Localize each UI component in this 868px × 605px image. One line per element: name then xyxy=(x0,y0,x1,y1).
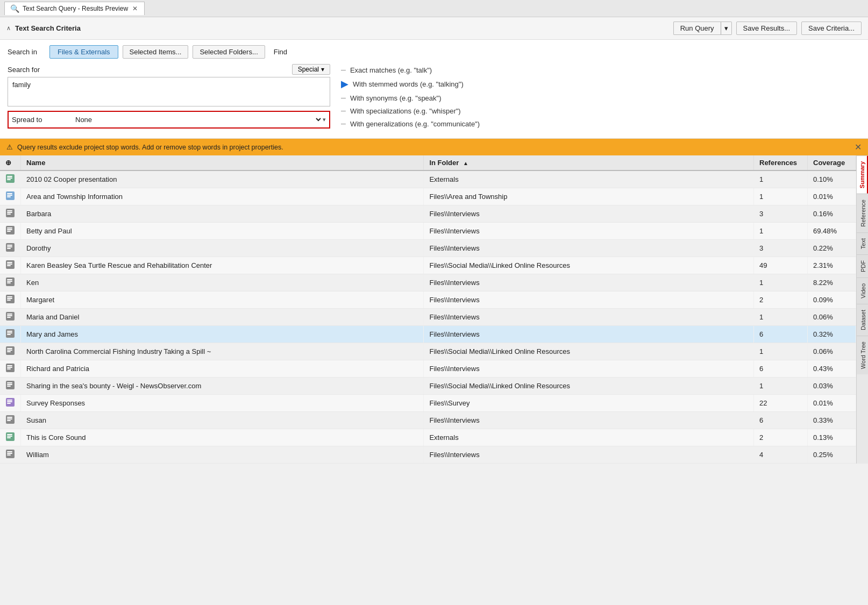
row-refs: 22 xyxy=(754,395,808,412)
table-row[interactable]: Area and Township InformationFiles\\Area… xyxy=(0,188,856,205)
table-row[interactable]: KenFiles\\Interviews18.22% xyxy=(0,274,856,291)
run-query-button[interactable]: Run Query xyxy=(673,22,721,35)
save-results-button[interactable]: Save Results... xyxy=(736,22,797,35)
table-row[interactable]: Karen Beasley Sea Turtle Rescue and Reha… xyxy=(0,257,856,274)
table-row[interactable]: North Carolina Commercial Fishing Indust… xyxy=(0,343,856,360)
row-icon xyxy=(0,309,21,326)
row-coverage: 0.16% xyxy=(808,205,856,223)
svg-rect-67 xyxy=(7,454,11,455)
save-criteria-button[interactable]: Save Criteria... xyxy=(801,22,862,35)
table-row[interactable]: DorothyFiles\\Interviews30.22% xyxy=(0,240,856,257)
row-coverage: 69.48% xyxy=(808,223,856,240)
search-in-row: Search in Files & Externals Selected Ite… xyxy=(8,45,860,59)
row-coverage: 0.06% xyxy=(808,309,856,326)
row-folder: Files\\Area and Township xyxy=(424,188,754,205)
results-table-wrapper[interactable]: ⊕ Name In Folder ▲ References Coverage xyxy=(0,155,856,464)
files-externals-button[interactable]: Files & Externals xyxy=(49,45,118,59)
row-refs: 2 xyxy=(754,429,808,446)
find-button[interactable]: Find xyxy=(274,48,287,56)
match-option-specializations: – With specializations (e.g. "whisper") xyxy=(341,106,860,116)
side-tab-text[interactable]: Text xyxy=(857,232,868,254)
row-folder: Files\\Social Media\\Linked Online Resou… xyxy=(424,343,754,360)
col-folder-label: In Folder xyxy=(429,159,459,167)
row-refs: 1 xyxy=(754,378,808,395)
row-icon xyxy=(0,446,21,464)
table-row[interactable]: Sharing in the sea's bounty - Weigl - Ne… xyxy=(0,378,856,395)
warning-bar: ⚠ Query results exclude project stop wor… xyxy=(0,139,868,155)
special-button[interactable]: Special ▾ xyxy=(292,64,330,75)
section-toggle-icon[interactable]: ∧ xyxy=(6,25,11,32)
row-coverage: 0.33% xyxy=(808,412,856,429)
side-tab-wordtree[interactable]: Word Tree xyxy=(857,336,868,374)
row-refs: 49 xyxy=(754,257,808,274)
svg-rect-3 xyxy=(7,179,11,180)
section-title: Text Search Criteria xyxy=(15,24,669,32)
svg-rect-1 xyxy=(7,176,12,177)
table-row[interactable]: MargaretFiles\\Interviews20.09% xyxy=(0,291,856,309)
side-tab-reference[interactable]: Reference xyxy=(857,194,868,232)
sort-asc-icon: ▲ xyxy=(463,160,468,166)
row-coverage: 0.13% xyxy=(808,429,856,446)
results-table: ⊕ Name In Folder ▲ References Coverage xyxy=(0,155,856,464)
row-coverage: 0.03% xyxy=(808,378,856,395)
selected-folders-button[interactable]: Selected Folders... xyxy=(193,45,265,59)
table-row[interactable]: Mary and JamesFiles\\Interviews60.32% xyxy=(0,326,856,343)
main-tab[interactable]: 🔍 Text Search Query - Results Preview ✕ xyxy=(4,2,145,15)
col-header-icon[interactable]: ⊕ xyxy=(0,155,21,170)
selected-items-button[interactable]: Selected Items... xyxy=(123,45,189,59)
spread-select[interactable]: None Paragraph Sentence Custom xyxy=(71,114,323,125)
table-row[interactable]: Maria and DanielFiles\\Interviews10.06% xyxy=(0,309,856,326)
run-query-dropdown-button[interactable]: ▾ xyxy=(721,22,732,35)
col-header-coverage[interactable]: Coverage xyxy=(808,155,856,170)
table-row[interactable]: This is Core SoundExternals20.13% xyxy=(0,429,856,446)
match-stemmed-label: With stemmed words (e.g. "talking") xyxy=(353,80,464,88)
table-row[interactable]: Betty and PaulFiles\\Interviews169.48% xyxy=(0,223,856,240)
match-option-stemmed[interactable]: ▶ With stemmed words (e.g. "talking") xyxy=(341,78,860,90)
svg-rect-55 xyxy=(7,403,11,404)
svg-rect-50 xyxy=(7,384,12,385)
search-text-area[interactable]: family xyxy=(8,77,330,106)
row-icon xyxy=(0,257,21,274)
table-row[interactable]: BarbaraFiles\\Interviews30.16% xyxy=(0,205,856,223)
svg-rect-63 xyxy=(7,437,11,438)
row-folder: Files\\Social Media\\Linked Online Resou… xyxy=(424,378,754,395)
row-refs: 2 xyxy=(754,291,808,309)
table-row[interactable]: Richard and PatriciaFiles\\Interviews60.… xyxy=(0,360,856,378)
svg-rect-59 xyxy=(7,420,11,421)
dash-icon: – xyxy=(341,65,346,75)
tab-close-button[interactable]: ✕ xyxy=(131,5,139,12)
svg-rect-31 xyxy=(7,300,11,301)
side-tab-summary[interactable]: Summary xyxy=(857,155,868,194)
row-name: Sharing in the sea's bounty - Weigl - Ne… xyxy=(21,378,424,395)
side-tab-video[interactable]: Video xyxy=(857,277,868,304)
svg-rect-25 xyxy=(7,279,12,280)
side-tab-pdf[interactable]: PDF xyxy=(857,254,868,277)
row-name: Survey Responses xyxy=(21,395,424,412)
match-synonyms-label: With synonyms (e.g. "speak") xyxy=(350,94,442,102)
col-coverage-label: Coverage xyxy=(813,159,845,167)
arrow-icon: ▶ xyxy=(341,78,348,90)
svg-rect-11 xyxy=(7,213,11,215)
row-coverage: 0.01% xyxy=(808,395,856,412)
table-row[interactable]: SusanFiles\\Interviews60.33% xyxy=(0,412,856,429)
side-tab-dataset[interactable]: Dataset xyxy=(857,304,868,336)
col-header-refs[interactable]: References xyxy=(754,155,808,170)
row-refs: 1 xyxy=(754,223,808,240)
search-text-value: family xyxy=(12,81,31,89)
row-folder: Externals xyxy=(424,170,754,188)
row-refs: 1 xyxy=(754,274,808,291)
col-header-folder[interactable]: In Folder ▲ xyxy=(424,155,754,170)
header-toolbar: ∧ Text Search Criteria Run Query ▾ Save … xyxy=(0,17,868,40)
warning-icon: ⚠ xyxy=(6,143,13,151)
search-for-section: Search for Special ▾ family Spread to No… xyxy=(8,64,860,132)
col-header-name[interactable]: Name xyxy=(21,155,424,170)
table-row[interactable]: Survey ResponsesFiles\\Survey220.01% xyxy=(0,395,856,412)
warning-close-button[interactable]: ✕ xyxy=(855,142,862,152)
table-row[interactable]: 2010 02 Cooper presentationExternals10.1… xyxy=(0,170,856,188)
row-icon xyxy=(0,429,21,446)
spread-label: Spread to xyxy=(12,116,71,124)
row-icon xyxy=(0,343,21,360)
table-row[interactable]: WilliamFiles\\Interviews40.25% xyxy=(0,446,856,464)
search-for-header: Search for Special ▾ xyxy=(8,64,330,75)
row-coverage: 0.06% xyxy=(808,343,856,360)
